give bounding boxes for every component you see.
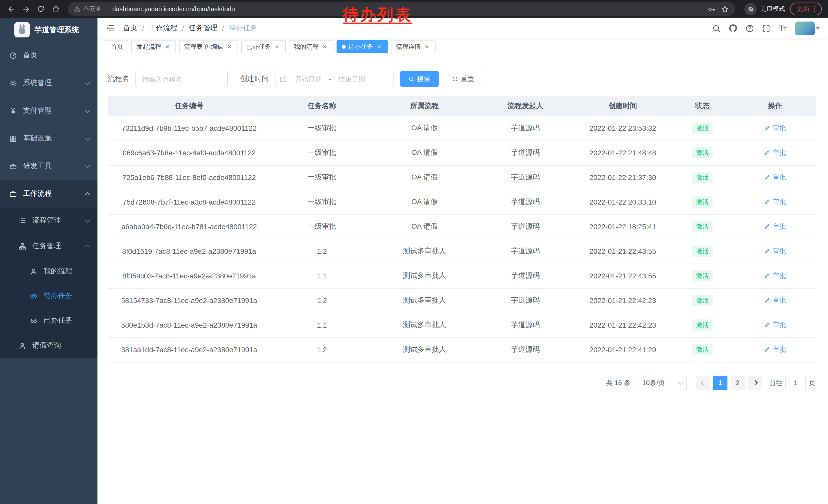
sidebar-item-task-mgmt[interactable]: 任务管理: [0, 233, 97, 259]
cell-actions: 审批: [734, 165, 816, 190]
cell-task-id: 8f0d1619-7ac8-11ec-a9e2-a2380e71991a: [108, 239, 271, 264]
cell-status: 激活: [670, 214, 734, 239]
browser-back-button[interactable]: [4, 2, 18, 16]
github-icon[interactable]: [729, 24, 738, 33]
approve-link[interactable]: 审批: [764, 222, 786, 231]
sidebar-item-devtools[interactable]: 研发工具: [0, 152, 97, 180]
app-title: 芋道管理系统: [34, 25, 79, 35]
approve-link[interactable]: 审批: [764, 124, 786, 133]
close-icon[interactable]: ×: [164, 43, 171, 50]
cell-create-time: 2022-01-21 22:43:55: [575, 239, 671, 264]
process-name-input[interactable]: [135, 71, 228, 87]
cell-task-name: 一级审批: [271, 116, 373, 140]
next-page-button[interactable]: [748, 375, 762, 390]
breadcrumb-workflow[interactable]: 工作流程: [149, 24, 177, 33]
cell-task-id: 75d72608-7b7f-11ec-a3c8-acde48001122: [108, 190, 271, 214]
todo-task-table: 任务编号 任务名称 所属流程 流程发起人 创建时间 状态 操作 73211d9d…: [108, 96, 816, 362]
bookmark-star-icon[interactable]: [721, 5, 729, 13]
approve-link[interactable]: 审批: [764, 148, 786, 157]
approve-link[interactable]: 审批: [764, 345, 786, 354]
user-avatar[interactable]: [795, 21, 820, 35]
list-icon: [18, 217, 26, 224]
sidebar-item-done-tasks[interactable]: 已办任务: [0, 308, 97, 333]
approve-link[interactable]: 审批: [764, 271, 786, 280]
briefcase-icon: [9, 190, 17, 198]
incognito-label: 无痕模式: [760, 5, 785, 13]
tab-my-process[interactable]: 我的流程 ×: [289, 40, 333, 53]
col-actions: 操作: [734, 96, 816, 116]
close-icon[interactable]: ×: [423, 43, 430, 50]
browser-home-button[interactable]: [49, 2, 63, 16]
reset-button[interactable]: 重置: [444, 71, 482, 87]
close-icon[interactable]: ×: [376, 43, 383, 50]
cell-process: 测试多审批人: [373, 239, 476, 264]
start-date-input[interactable]: [289, 75, 328, 83]
logo-link[interactable]: 芋道管理系统: [0, 18, 97, 42]
page-size-select[interactable]: 10条/页: [638, 375, 687, 390]
search-icon[interactable]: [712, 24, 721, 33]
status-badge: 激活: [692, 147, 713, 158]
tab-home[interactable]: 首页: [106, 40, 128, 53]
sidebar-item-home[interactable]: 首页: [0, 42, 97, 69]
browser-reload-button[interactable]: [34, 2, 48, 16]
close-icon[interactable]: ×: [321, 43, 328, 50]
security-indicator[interactable]: 不安全: [74, 5, 101, 13]
edit-icon: [764, 199, 771, 205]
breadcrumb-current: 待办任务: [229, 24, 257, 33]
page-button-1[interactable]: 1: [713, 375, 728, 390]
tab-form-edit[interactable]: 流程表单-编辑 ×: [179, 40, 238, 53]
breadcrumb-task-mgmt[interactable]: 任务管理: [189, 24, 217, 33]
tab-todo-tasks[interactable]: 待办任务 ×: [336, 40, 388, 53]
sidebar-item-my-process[interactable]: 我的流程: [0, 259, 97, 283]
tab-label: 已办任务: [246, 42, 271, 51]
cell-create-time: 2022-01-21 22:41:29: [575, 337, 671, 362]
tab-done-tasks[interactable]: 已办任务 ×: [241, 40, 286, 53]
end-date-input[interactable]: [332, 75, 371, 83]
sidebar-item-leave-query[interactable]: 请假查询: [0, 333, 97, 358]
cell-task-name: 一级审批: [271, 165, 373, 190]
incognito-icon: [744, 3, 757, 15]
password-key-icon[interactable]: [707, 5, 716, 13]
cell-task-id: 381aa1dd-7ac8-11ec-a9e2-a2380e71991a: [108, 337, 271, 362]
cell-task-name: 1.2: [271, 288, 373, 313]
cell-actions: 审批: [734, 337, 816, 362]
security-label: 不安全: [83, 5, 101, 13]
prev-page-button[interactable]: [696, 375, 710, 390]
sidebar-item-todo-tasks[interactable]: 待办任务: [0, 283, 97, 308]
search-button[interactable]: 搜索: [400, 71, 439, 87]
fullscreen-icon[interactable]: [762, 24, 771, 33]
browser-update-button[interactable]: 更新: [790, 3, 822, 15]
sidebar-item-process-mgmt[interactable]: 流程管理: [0, 208, 97, 233]
cell-actions: 审批: [734, 264, 816, 288]
close-icon[interactable]: ×: [226, 43, 233, 50]
font-size-icon[interactable]: [778, 24, 787, 33]
date-range-picker[interactable]: -: [275, 71, 394, 87]
menu-label: 我的流程: [44, 267, 72, 276]
menu-label: 系统管理: [23, 79, 52, 88]
approve-link[interactable]: 审批: [764, 320, 786, 330]
sidebar-item-payment[interactable]: 支付管理: [0, 97, 97, 125]
sidebar-item-workflow[interactable]: 工作流程: [0, 180, 97, 208]
approve-link[interactable]: 审批: [764, 246, 786, 256]
tab-start-process[interactable]: 发起流程 ×: [131, 40, 176, 53]
help-icon[interactable]: [745, 24, 754, 33]
sidebar-collapse-button[interactable]: [106, 24, 115, 33]
cell-status: 激活: [670, 337, 734, 362]
cell-starter: 芋道源码: [476, 116, 575, 140]
approve-link[interactable]: 审批: [764, 296, 786, 305]
menu-label: 任务管理: [32, 241, 61, 251]
tab-process-detail[interactable]: 流程详情 ×: [391, 40, 436, 53]
gear-icon: [9, 79, 17, 87]
browser-forward-button[interactable]: [19, 2, 33, 16]
breadcrumb-home[interactable]: 首页: [123, 24, 137, 33]
approve-link[interactable]: 审批: [764, 173, 786, 182]
status-badge: 激活: [692, 221, 713, 232]
approve-link[interactable]: 审批: [764, 197, 786, 207]
browser-menu-icon[interactable]: [811, 5, 818, 13]
sidebar-item-system[interactable]: 系统管理: [0, 69, 97, 97]
close-icon[interactable]: ×: [274, 43, 281, 50]
page-button-2[interactable]: 2: [731, 375, 745, 390]
table-row: 8f0d1619-7ac8-11ec-a9e2-a2380e71991a 1.2…: [108, 239, 816, 264]
sidebar-item-infra[interactable]: 基础设施: [0, 125, 97, 152]
goto-page-input[interactable]: [785, 375, 806, 390]
